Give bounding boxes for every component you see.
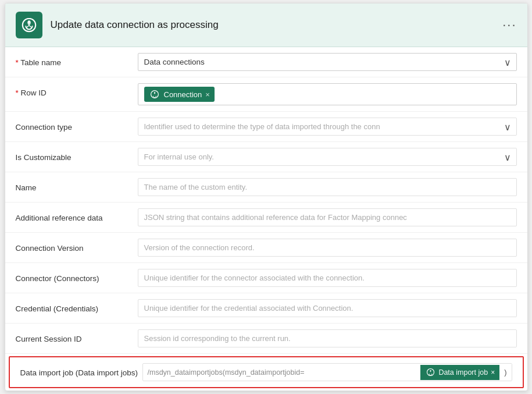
main-card: Update data connection as processing ···…	[5, 3, 528, 391]
row-id-tag-field[interactable]: Connection ×	[138, 83, 517, 105]
row-id-row: * Row ID Connection ×	[5, 77, 527, 112]
credential-label: Credential (Credentials)	[16, 299, 138, 315]
connection-tag: Connection ×	[144, 87, 215, 102]
import-tag-icon	[425, 367, 435, 378]
header: Update data connection as processing ···	[5, 3, 527, 47]
session-id-value: Session id corresponding to the current …	[138, 329, 517, 347]
table-name-value: Data connections ∨	[138, 53, 517, 71]
table-name-dropdown[interactable]: Data connections	[138, 53, 517, 71]
connection-tag-icon	[149, 88, 160, 100]
table-name-row: * Table name Data connections ∨	[5, 47, 527, 77]
connection-version-label: Connection Version	[16, 239, 138, 254]
additional-ref-value: JSON string that contains additional ref…	[138, 208, 517, 226]
connection-version-input[interactable]: Version of the connection record.	[138, 239, 517, 257]
name-input[interactable]: The name of the custom entity.	[138, 178, 517, 196]
connection-tag-label: Connection	[164, 90, 202, 99]
required-star: *	[16, 58, 21, 67]
is-customizable-dropdown-wrapper: For internal use only. ∨	[138, 148, 517, 166]
is-customizable-label: Is Customizable	[16, 148, 138, 164]
session-id-label: Current Session ID	[16, 329, 138, 345]
svg-point-0	[27, 20, 30, 23]
connector-row: Connector (Connectors) Unique identifier…	[5, 263, 527, 293]
page-title: Update data connection as processing	[51, 19, 219, 31]
data-import-job-value: /msdyn_dataimportjobs(msdyn_dataimportjo…	[142, 363, 512, 381]
additional-ref-row: Additional reference data JSON string th…	[5, 203, 527, 233]
menu-icon[interactable]: ···	[502, 19, 516, 31]
additional-ref-label: Additional reference data	[16, 208, 138, 224]
import-text-after: )	[499, 364, 511, 381]
table-name-dropdown-wrapper: Data connections ∨	[138, 53, 517, 71]
connection-version-row: Connection Version Version of the connec…	[5, 233, 527, 263]
is-customizable-dropdown[interactable]: For internal use only.	[138, 148, 517, 166]
data-import-job-row: Data import job (Data import jobs) /msdy…	[9, 356, 524, 388]
import-tag-remove[interactable]: ×	[491, 368, 495, 377]
name-row: Name The name of the custom entity.	[5, 172, 527, 203]
connector-value: Unique identifier for the connector asso…	[138, 269, 517, 287]
is-customizable-value: For internal use only. ∨	[138, 148, 517, 166]
connection-type-dropdown-wrapper: Identifier used to determine the type of…	[138, 118, 517, 136]
connection-tag-remove[interactable]: ×	[205, 90, 210, 99]
import-text-before: /msdyn_dataimportjobs(msdyn_dataimportjo…	[143, 364, 421, 381]
connection-type-row: Connection type Identifier used to deter…	[5, 112, 527, 142]
row-id-value: Connection ×	[138, 83, 517, 105]
connector-label: Connector (Connectors)	[16, 269, 138, 285]
credential-input[interactable]: Unique identifier for the credential ass…	[138, 299, 517, 317]
additional-ref-input[interactable]: JSON string that contains additional ref…	[138, 208, 517, 226]
connection-type-label: Connection type	[16, 118, 138, 133]
app-logo	[16, 12, 42, 38]
session-id-input[interactable]: Session id corresponding to the current …	[138, 329, 517, 347]
credential-row: Credential (Credentials) Unique identifi…	[5, 293, 527, 324]
session-id-row: Current Session ID Session id correspond…	[5, 324, 527, 354]
row-id-label: * Row ID	[16, 83, 138, 99]
connector-input[interactable]: Unique identifier for the connector asso…	[138, 269, 517, 287]
svg-point-2	[427, 369, 434, 376]
form-content: * Table name Data connections ∨ * Row ID	[5, 47, 527, 388]
data-import-job-label: Data import job (Data import jobs)	[20, 363, 142, 379]
header-left: Update data connection as processing	[16, 12, 219, 38]
import-tag: Data import job ×	[420, 365, 499, 380]
name-label: Name	[16, 178, 138, 194]
connection-type-dropdown[interactable]: Identifier used to determine the type of…	[138, 118, 517, 136]
svg-point-1	[151, 91, 158, 98]
table-name-label: * Table name	[16, 53, 138, 69]
import-value-container[interactable]: /msdyn_dataimportjobs(msdyn_dataimportjo…	[142, 363, 512, 381]
import-tag-label: Data import job	[438, 368, 488, 377]
name-value: The name of the custom entity.	[138, 178, 517, 196]
connection-type-value: Identifier used to determine the type of…	[138, 118, 517, 136]
credential-value: Unique identifier for the credential ass…	[138, 299, 517, 317]
is-customizable-row: Is Customizable For internal use only. ∨	[5, 142, 527, 172]
required-star-2: *	[16, 88, 21, 97]
connection-version-value: Version of the connection record.	[138, 239, 517, 257]
